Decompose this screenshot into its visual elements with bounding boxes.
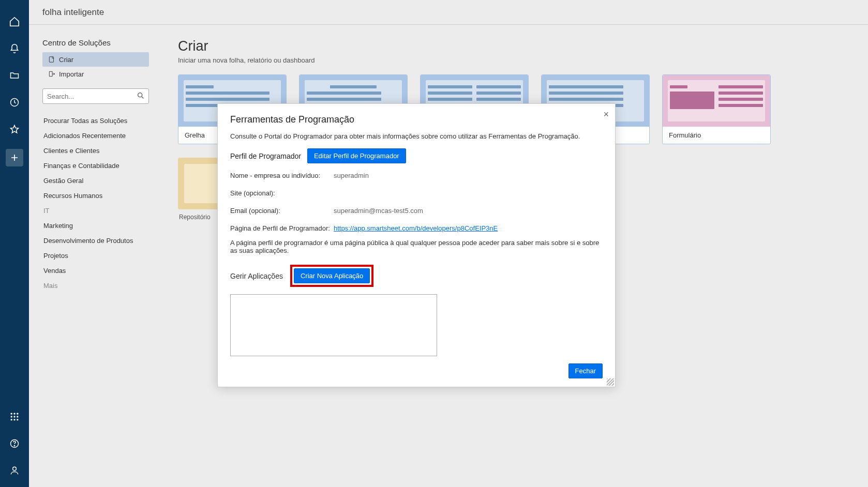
svg-point-7: [11, 419, 12, 420]
card-form[interactable]: Formulário: [662, 74, 771, 144]
sidebar-link-recent[interactable]: Adicionados Recentemente: [42, 128, 149, 143]
import-icon: [48, 70, 56, 78]
page-title: Criar: [178, 38, 848, 54]
sidebar-link-sales[interactable]: Vendas: [42, 263, 149, 278]
clock-icon[interactable]: [8, 96, 21, 109]
sidebar-link-hr[interactable]: Recursos Humanos: [42, 188, 149, 203]
bell-icon[interactable]: [8, 42, 21, 55]
svg-point-8: [13, 419, 15, 420]
sidebar-link-projects[interactable]: Projetos: [42, 248, 149, 263]
search-icon[interactable]: [137, 92, 145, 100]
dev-tools-modal: × Ferramentas de Programação Consulte o …: [217, 103, 616, 387]
sidebar-link-finance[interactable]: Finanças e Contabilidade: [42, 158, 149, 173]
name-label: Nome - empresa ou indivíduo:: [230, 172, 334, 179]
help-icon[interactable]: [8, 437, 21, 450]
side-panel-title: Centro de Soluções: [42, 38, 149, 47]
svg-point-11: [14, 446, 14, 446]
svg-rect-13: [49, 57, 53, 63]
sidebar-link-product[interactable]: Desenvolvimento de Produtos: [42, 233, 149, 248]
svg-point-2: [13, 413, 15, 415]
home-icon[interactable]: [8, 16, 21, 28]
card-form-label: Formulário: [663, 127, 770, 144]
modal-intro: Consulte o Portal do Programador para ob…: [230, 132, 603, 140]
email-label: Email (opcional):: [230, 207, 334, 215]
app-list-box: [230, 294, 437, 356]
add-button[interactable]: [6, 149, 23, 166]
svg-point-9: [17, 419, 18, 420]
star-icon[interactable]: [8, 123, 21, 135]
site-label: Site (opcional):: [230, 189, 334, 197]
page-label: Página de Perfil de Programador:: [230, 224, 334, 232]
search-box: [42, 88, 149, 104]
sidebar-link-clients[interactable]: Clientes e Clientes: [42, 143, 149, 158]
search-input[interactable]: [42, 88, 149, 104]
svg-point-3: [17, 413, 18, 415]
sidebar-link-marketing[interactable]: Marketing: [42, 218, 149, 233]
profile-section-label: Perfil de Programador: [230, 152, 301, 160]
sidebar-item-import[interactable]: Importar: [42, 67, 149, 81]
folder-icon[interactable]: [8, 69, 21, 82]
app-header: folha inteligente: [29, 0, 868, 25]
svg-point-14: [138, 93, 142, 97]
sidebar-item-create[interactable]: Criar: [42, 52, 149, 67]
svg-point-6: [17, 416, 18, 417]
svg-point-4: [11, 416, 12, 417]
manage-label: Gerir Aplicações: [230, 272, 283, 280]
sidebar-link-browse[interactable]: Procurar Todas as Soluções: [42, 113, 149, 128]
svg-point-5: [13, 416, 15, 417]
modal-note: A página perfil de programador é uma pág…: [230, 239, 603, 254]
create-app-highlight: Criar Nova Aplicação: [290, 265, 373, 287]
side-panel: Centro de Soluções Criar Importar Procur…: [29, 25, 158, 487]
profile-page-link[interactable]: https://app.smartsheet.com/b/developers/…: [334, 224, 498, 232]
sidebar-link-it[interactable]: IT: [42, 203, 149, 218]
close-button[interactable]: Fechar: [568, 363, 603, 378]
app-name: folha inteligente: [42, 7, 104, 18]
svg-point-1: [11, 413, 12, 415]
sidebar-link-management[interactable]: Gestão Geral: [42, 173, 149, 188]
sheet-icon: [48, 55, 56, 64]
edit-profile-button[interactable]: Editar Perfil de Programador: [307, 148, 406, 163]
create-app-button[interactable]: Criar Nova Aplicação: [294, 268, 370, 283]
page-subtitle: Iniciar uma nova folha, relatório ou das…: [178, 56, 848, 64]
name-value: superadmin: [334, 172, 369, 179]
nav-rail: [0, 0, 29, 487]
modal-title: Ferramentas de Programação: [230, 114, 603, 125]
profile-icon[interactable]: [8, 464, 21, 477]
sidebar-link-more[interactable]: Mais: [42, 278, 149, 293]
resize-grip[interactable]: [607, 378, 614, 386]
sidebar-import-label: Importar: [59, 70, 84, 78]
apps-icon[interactable]: [8, 410, 21, 423]
close-icon[interactable]: ×: [603, 109, 609, 120]
sidebar-create-label: Criar: [59, 56, 73, 64]
email-value: superadmin@mcas-test5.com: [334, 207, 423, 215]
svg-point-12: [13, 467, 17, 470]
